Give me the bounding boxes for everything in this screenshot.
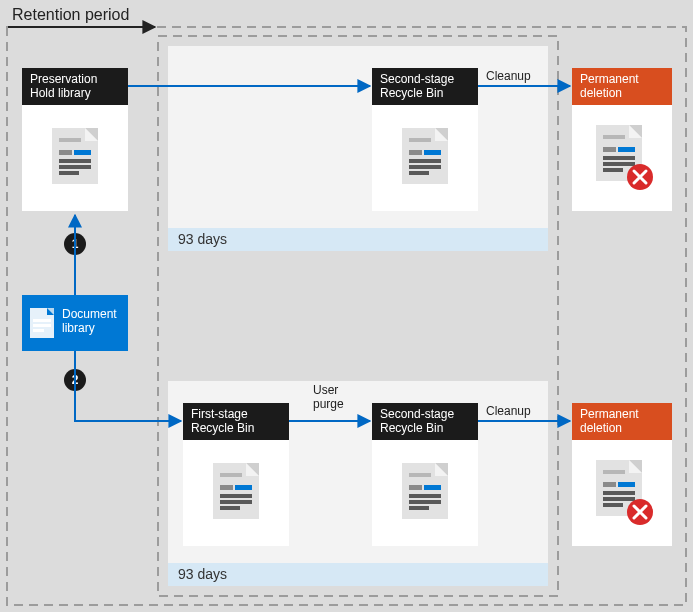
first-stage-box: First-stageRecycle Bin [183,403,289,546]
arrow-doc-to-firststage [75,351,181,421]
panel-2-footer: 93 days [178,566,227,582]
document-icon [402,463,448,519]
permanent-deletion-box-2: Permanentdeletion [572,403,672,546]
second-stage-box-1: Second-stageRecycle Bin [372,68,478,211]
preservation-hold-box: PreservationHold library [22,68,128,211]
document-icon [402,128,448,184]
cleanup-label-2: Cleanup [486,404,531,418]
diagram-title: Retention period [12,6,129,23]
svg-text:Second-stageRecycle Bin: Second-stageRecycle Bin [380,407,454,435]
document-icon [213,463,259,519]
panel-1-footer: 93 days [178,231,227,247]
svg-text:Second-stageRecycle Bin: Second-stageRecycle Bin [380,72,454,100]
second-stage-box-2: Second-stageRecycle Bin [372,403,478,546]
document-icon [52,128,98,184]
svg-text:PreservationHold library: PreservationHold library [30,72,97,100]
cleanup-label-1: Cleanup [486,69,531,83]
document-library-icon [30,308,54,338]
permanent-deletion-box-1: Permanentdeletion [572,68,672,211]
document-library-box: Documentlibrary [22,295,128,351]
svg-text:First-stageRecycle Bin: First-stageRecycle Bin [191,407,254,435]
